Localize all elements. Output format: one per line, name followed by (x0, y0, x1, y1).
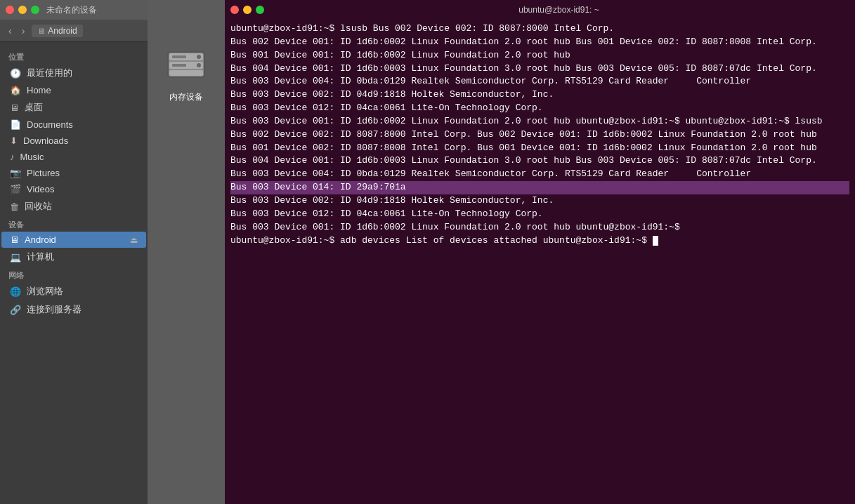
terminal-line: ubuntu@zbox-id91:~$ (576, 116, 680, 126)
terminal-line: Bus 001 Device 001: ID 1d6b:0002 Linux F… (230, 50, 570, 60)
file-manager-title-bar: 未命名的设备 (0, 0, 148, 20)
sidebar-item-trash[interactable]: 🗑 回收站 (1, 197, 146, 215)
terminal-line: Bus 003 Device 001: ID 1d6b:0002 Linux F… (230, 222, 570, 232)
sidebar-item-computer[interactable]: 💻 计算机 (1, 248, 146, 266)
terminal-cursor (653, 236, 658, 246)
terminal-line: Bus 002 Device 001: ID 1d6b:0002 Linux F… (230, 37, 570, 47)
videos-icon: 🎬 (10, 184, 21, 194)
computer-icon: 💻 (10, 252, 21, 263)
file-icon-container[interactable]: 内存设备 (164, 42, 209, 103)
terminal-close-button[interactable] (230, 6, 239, 14)
terminal-line: Controller (674, 168, 751, 179)
sidebar-item-desktop[interactable]: 🖥 桌面 (1, 98, 146, 117)
trash-icon: 🗑 (10, 201, 19, 212)
terminal-line: Bus 001 Device 002: ID 8087:8008 Intel C… (576, 37, 817, 47)
sidebar-item-documents-label: Documents (27, 119, 73, 130)
terminal-panel: ubuntu@zbox-id91: ~ ubuntu@zbox-id91:~$ … (225, 0, 855, 504)
terminal-line: ubuntu@zbox-id91:~$ lsusb (230, 23, 367, 34)
svg-rect-6 (172, 55, 186, 58)
location-icon: 🖥 (37, 27, 45, 35)
browse-network-icon: 🌐 (10, 286, 21, 297)
sidebar-item-android-label: Android (25, 234, 56, 245)
eject-icon[interactable]: ⏏ (130, 235, 138, 245)
sidebar-item-browse-network-label: 浏览网络 (27, 285, 63, 298)
sidebar-item-downloads[interactable]: ⬇ Downloads (1, 133, 146, 149)
sidebar-item-videos-label: Videos (27, 184, 55, 194)
forward-arrow[interactable]: › (19, 24, 28, 38)
sidebar-item-videos[interactable]: 🎬 Videos (1, 181, 146, 197)
terminal-line: Bus 003 Device 002: ID 04d9:1818 Holtek … (230, 89, 554, 100)
sidebar-item-connect-server-label: 连接到服务器 (27, 303, 81, 316)
sidebar-item-pictures[interactable]: 📷 Pictures (1, 165, 146, 181)
file-manager-panel: 未命名的设备 ‹ › 🖥 Android 位置 🕐 最近使用的 🏠 Home 🖥… (0, 0, 148, 504)
terminal-line: ubuntu@zbox-id91:~$ (576, 222, 680, 232)
terminal-line: Bus 003 Device 012: ID 04ca:0061 Lite-On… (230, 102, 543, 113)
sidebar-item-home-label: Home (27, 85, 51, 95)
nav-bar: ‹ › 🖥 Android (0, 20, 148, 42)
back-arrow[interactable]: ‹ (6, 24, 15, 38)
terminal-line: Bus 003 Device 002: ID 04d9:1818 Holtek … (230, 195, 554, 206)
svg-point-5 (197, 63, 201, 67)
music-icon: ♪ (10, 152, 15, 162)
sidebar-item-recent[interactable]: 🕐 最近使用的 (1, 64, 146, 82)
sidebar-item-documents[interactable]: 📄 Documents (1, 117, 146, 133)
file-manager-title: 未命名的设备 (46, 4, 97, 16)
sidebar: 位置 🕐 最近使用的 🏠 Home 🖥 桌面 📄 Documents ⬇ Dow… (0, 42, 148, 504)
terminal-line: Bus 003 Device 012: ID 04ca:0061 Lite-On… (230, 208, 543, 219)
downloads-icon: ⬇ (10, 135, 18, 146)
file-manager-content: 内存设备 (148, 0, 225, 504)
svg-point-4 (197, 55, 201, 59)
terminal-line: ubuntu@zbox-id91:~$ (543, 235, 658, 246)
pictures-icon: 📷 (10, 168, 21, 178)
terminal-line: Bus 003 Device 014: ID 29a9:701a (230, 181, 849, 194)
terminal-title: ubuntu@zbox-id91: ~ (518, 5, 599, 15)
terminal-line: Bus 002 Device 002: ID 8087:8000 Intel C… (373, 23, 614, 34)
close-button[interactable] (6, 6, 14, 14)
terminal-line: Bus 003 Device 001: ID 1d6b:0002 Linux F… (230, 116, 570, 126)
sidebar-item-home[interactable]: 🏠 Home (1, 82, 146, 98)
terminal-line: Bus 003 Device 004: ID 0bda:0129 Realtek… (230, 76, 669, 86)
terminal-minimize-button[interactable] (243, 6, 252, 14)
sidebar-item-pictures-label: Pictures (27, 168, 60, 178)
terminal-line: Bus 002 Device 002: ID 8087:8000 Intel C… (230, 129, 471, 140)
hdd-svg (164, 42, 209, 87)
sidebar-item-music-label: Music (20, 152, 44, 162)
section-header-location: 位置 (0, 48, 148, 64)
terminal-line: Bus 002 Device 001: ID 1d6b:0002 Linux F… (477, 129, 817, 140)
desktop-icon: 🖥 (10, 102, 19, 113)
storage-device-icon (164, 42, 209, 87)
terminal-line: ubuntu@zbox-id91:~$ adb devices (230, 235, 400, 246)
sidebar-item-desktop-label: 桌面 (25, 101, 43, 114)
sidebar-item-android[interactable]: 🖥 Android ⏏ (1, 232, 146, 248)
terminal-body[interactable]: ubuntu@zbox-id91:~$ lsusb Bus 002 Device… (225, 20, 855, 504)
sidebar-item-downloads-label: Downloads (23, 135, 68, 146)
svg-rect-7 (172, 64, 186, 67)
recent-icon: 🕐 (10, 68, 21, 79)
terminal-line: Bus 003 Device 005: ID 8087:07dc Intel C… (576, 155, 817, 166)
terminal-line: Bus 001 Device 002: ID 8087:8008 Intel C… (230, 142, 471, 153)
android-device-icon: 🖥 (10, 234, 19, 245)
section-header-devices: 设备 (0, 215, 148, 232)
terminal-title-bar: ubuntu@zbox-id91: ~ (225, 0, 855, 20)
sidebar-item-recent-label: 最近使用的 (27, 67, 72, 79)
terminal-line: Bus 004 Device 001: ID 1d6b:0003 Linux F… (230, 155, 570, 166)
section-header-network: 网络 (0, 266, 148, 282)
terminal-line: Bus 003 Device 005: ID 8087:07dc Intel C… (576, 63, 817, 74)
maximize-button[interactable] (31, 6, 39, 14)
connect-server-icon: 🔗 (10, 305, 21, 315)
terminal-line: List of devices attached (406, 235, 537, 246)
file-icon-label: 内存设备 (169, 91, 203, 103)
location-indicator: 🖥 Android (32, 25, 82, 37)
sidebar-item-music[interactable]: ♪ Music (1, 149, 146, 165)
terminal-maximize-button[interactable] (256, 6, 264, 14)
minimize-button[interactable] (18, 6, 27, 14)
terminal-line: Bus 004 Device 001: ID 1d6b:0003 Linux F… (230, 63, 570, 74)
location-text: Android (48, 26, 77, 36)
svg-rect-3 (169, 70, 203, 76)
terminal-line: ubuntu@zbox-id91:~$ lsusb (686, 116, 823, 126)
sidebar-item-connect-server[interactable]: 🔗 连接到服务器 (1, 300, 146, 319)
documents-icon: 📄 (10, 119, 21, 130)
terminal-line: Controller (674, 76, 751, 86)
sidebar-item-browse-network[interactable]: 🌐 浏览网络 (1, 282, 146, 300)
home-icon: 🏠 (10, 85, 21, 95)
